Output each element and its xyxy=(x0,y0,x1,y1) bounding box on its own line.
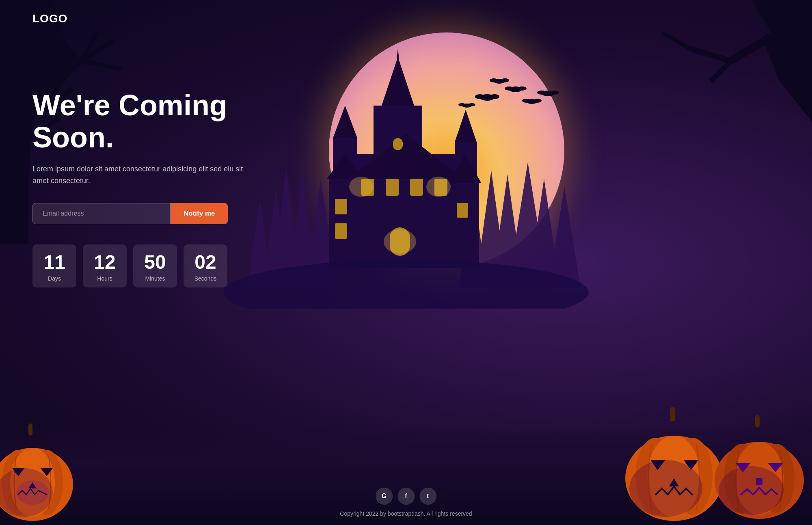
svg-point-47 xyxy=(468,103,475,106)
hero-description: Lorem ipsum dolor sit amet consectetur a… xyxy=(32,163,244,187)
countdown-hours: 12 Hours xyxy=(83,244,127,287)
minutes-value: 50 xyxy=(137,253,173,272)
svg-point-49 xyxy=(522,99,530,103)
svg-rect-69 xyxy=(28,423,32,436)
svg-point-35 xyxy=(384,229,416,254)
hours-label: Hours xyxy=(87,275,123,282)
header: LOGO xyxy=(32,12,67,25)
svg-marker-18 xyxy=(397,49,399,59)
countdown-timer: 11 Days 12 Hours 50 Minutes 02 Seconds xyxy=(32,244,284,287)
countdown-seconds: 02 Seconds xyxy=(184,244,227,287)
days-label: Days xyxy=(37,275,72,282)
svg-point-52 xyxy=(537,91,546,95)
svg-point-33 xyxy=(349,177,374,197)
svg-rect-30 xyxy=(335,199,347,214)
svg-rect-13 xyxy=(451,183,479,268)
minutes-label: Minutes xyxy=(137,275,173,282)
svg-rect-31 xyxy=(335,223,347,239)
svg-point-38 xyxy=(490,94,499,99)
svg-point-46 xyxy=(458,103,466,106)
notify-button[interactable]: Notify me xyxy=(171,203,228,224)
svg-marker-20 xyxy=(455,110,477,142)
countdown-days: 11 Days xyxy=(32,244,76,287)
email-form: Notify me xyxy=(32,203,284,224)
svg-line-61 xyxy=(81,61,122,69)
svg-rect-96 xyxy=(756,478,762,485)
svg-point-41 xyxy=(518,86,527,91)
svg-point-50 xyxy=(533,99,542,103)
facebook-social-link[interactable]: f xyxy=(397,488,415,505)
svg-marker-19 xyxy=(333,106,357,138)
svg-point-53 xyxy=(550,91,559,95)
email-input[interactable] xyxy=(32,203,171,224)
facebook-icon: f xyxy=(405,493,407,500)
seconds-value: 02 xyxy=(188,253,223,272)
svg-point-34 xyxy=(426,177,451,197)
twitter-icon: t xyxy=(427,493,429,500)
footer: G f t Copyright 2022 by bootstrapdash. A… xyxy=(340,488,472,517)
hours-value: 12 xyxy=(87,253,123,272)
svg-rect-27 xyxy=(410,179,423,196)
svg-point-40 xyxy=(505,86,514,91)
google-social-link[interactable]: G xyxy=(376,488,393,505)
main-content: We're Coming Soon. Lorem ipsum dolor sit… xyxy=(32,89,284,287)
svg-point-44 xyxy=(501,78,509,82)
svg-rect-88 xyxy=(755,415,760,428)
coming-soon-title: We're Coming Soon. xyxy=(32,89,284,153)
svg-line-66 xyxy=(690,49,731,61)
pumpkin-right2 xyxy=(706,411,812,525)
svg-rect-24 xyxy=(393,138,403,150)
countdown-minutes: 50 Minutes xyxy=(133,244,177,287)
tree-right-decoration xyxy=(650,0,812,203)
pumpkin-left xyxy=(0,419,77,525)
svg-line-67 xyxy=(710,61,731,81)
svg-point-78 xyxy=(16,480,49,505)
google-icon: G xyxy=(382,493,387,500)
logo: LOGO xyxy=(32,12,67,25)
svg-rect-79 xyxy=(670,407,675,421)
svg-point-43 xyxy=(490,78,498,82)
copyright-text: Copyright 2022 by bootstrapdash. All rig… xyxy=(340,510,472,517)
svg-point-37 xyxy=(475,94,485,99)
social-icons: G f t xyxy=(376,488,436,505)
seconds-label: Seconds xyxy=(188,275,223,282)
days-value: 11 xyxy=(37,253,72,272)
twitter-social-link[interactable]: t xyxy=(419,488,436,505)
svg-marker-17 xyxy=(382,57,414,106)
svg-rect-32 xyxy=(457,203,468,218)
svg-line-68 xyxy=(662,32,690,49)
svg-rect-26 xyxy=(386,179,399,196)
